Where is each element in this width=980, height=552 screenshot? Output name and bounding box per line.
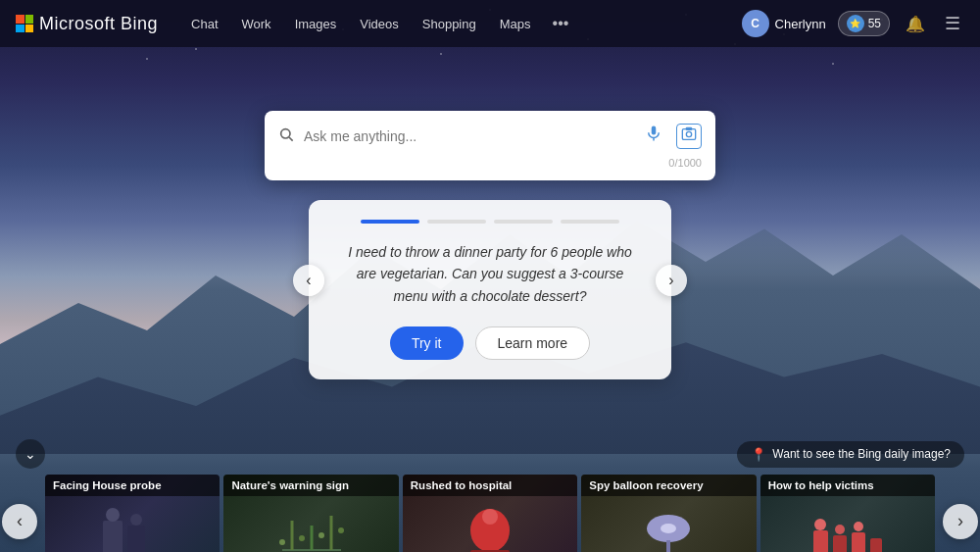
avatar: C xyxy=(742,10,769,37)
mic-icon[interactable] xyxy=(641,123,666,149)
svg-rect-27 xyxy=(813,530,828,552)
news-card-label-2: Rushed to hospital xyxy=(403,475,577,496)
svg-rect-4 xyxy=(682,128,695,139)
main-content: 0/1000 ‹ I need to throw a dinner party … xyxy=(0,47,980,379)
news-prev-button[interactable]: ‹ xyxy=(2,504,37,539)
search-input-row xyxy=(278,123,702,149)
svg-rect-9 xyxy=(127,526,145,552)
nav-right: C Cherlynn ⭐ 55 🔔 ☰ xyxy=(742,9,964,38)
svg-point-18 xyxy=(318,532,324,538)
daily-image-hint[interactable]: 📍 Want to see the Bing daily image? xyxy=(737,441,964,468)
news-card-image-0 xyxy=(93,501,172,552)
svg-rect-33 xyxy=(870,538,882,552)
news-card-image-3 xyxy=(629,501,708,552)
svg-point-26 xyxy=(661,524,676,533)
nav-chat[interactable]: Chat xyxy=(181,11,227,37)
news-card-image-4 xyxy=(808,501,887,552)
svg-rect-24 xyxy=(666,540,670,552)
hamburger-icon[interactable]: ☰ xyxy=(941,9,964,38)
svg-point-19 xyxy=(338,527,344,533)
nav-work[interactable]: Work xyxy=(232,11,281,37)
search-container: 0/1000 xyxy=(265,111,715,180)
search-input[interactable] xyxy=(304,128,631,144)
carousel-wrapper: ‹ I need to throw a dinner party for 6 p… xyxy=(309,180,671,379)
carousel-indicators xyxy=(332,220,648,224)
logo-text: Microsoft Bing xyxy=(39,14,158,34)
news-controls: ⌄ 📍 Want to see the Bing daily image? xyxy=(0,439,980,469)
dot-3[interactable] xyxy=(494,220,553,224)
news-card-image-1 xyxy=(272,501,351,552)
navbar: Microsoft Bing Chat Work Images Videos S… xyxy=(0,0,980,47)
news-card-image-2 xyxy=(451,501,529,552)
rewards-count: 55 xyxy=(868,17,881,30)
user-name: Cherlynn xyxy=(775,17,826,31)
svg-point-0 xyxy=(281,128,290,137)
nav-links: Chat Work Images Videos Shopping Maps ••… xyxy=(181,9,734,38)
user-section[interactable]: C Cherlynn xyxy=(742,10,826,37)
more-button[interactable]: ••• xyxy=(545,9,577,38)
news-next-button[interactable]: › xyxy=(943,504,978,539)
news-section: ⌄ 📍 Want to see the Bing daily image? ‹ … xyxy=(0,439,980,552)
logo-icon xyxy=(16,15,33,32)
learn-more-button[interactable]: Learn more xyxy=(475,326,591,360)
news-card-label-0: Facing House probe xyxy=(45,475,220,496)
news-card-3[interactable]: Spy balloon recovery xyxy=(581,475,756,552)
carousel-prev-button[interactable]: ‹ xyxy=(293,265,324,296)
svg-rect-2 xyxy=(652,126,657,135)
carousel-buttons: Try it Learn more xyxy=(390,326,590,360)
svg-rect-29 xyxy=(833,535,847,552)
svg-point-5 xyxy=(686,131,691,136)
rewards-icon: ⭐ xyxy=(847,15,864,32)
svg-point-30 xyxy=(835,525,845,534)
news-card-label-1: Nature's warning sign xyxy=(223,475,398,496)
news-card-1[interactable]: Nature's warning sign xyxy=(223,475,398,552)
daily-image-text: Want to see the Bing daily image? xyxy=(772,447,951,461)
camera-icon[interactable] xyxy=(676,124,702,149)
dot-2[interactable] xyxy=(427,220,486,224)
svg-rect-7 xyxy=(103,521,122,552)
news-card-4[interactable]: How to help victims xyxy=(760,475,935,552)
location-icon: 📍 xyxy=(751,447,766,462)
carousel-card: I need to throw a dinner party for 6 peo… xyxy=(309,200,671,379)
try-it-button[interactable]: Try it xyxy=(390,326,464,360)
svg-point-21 xyxy=(482,509,498,525)
nav-shopping[interactable]: Shopping xyxy=(413,11,486,37)
svg-point-28 xyxy=(814,519,826,530)
nav-videos[interactable]: Videos xyxy=(350,11,409,37)
svg-line-1 xyxy=(289,137,293,141)
search-icon xyxy=(278,126,294,146)
svg-point-17 xyxy=(299,535,305,541)
dot-1[interactable] xyxy=(361,220,419,224)
svg-point-16 xyxy=(279,539,285,545)
carousel-prompt-text: I need to throw a dinner party for 6 peo… xyxy=(332,241,648,307)
svg-rect-31 xyxy=(852,532,865,552)
svg-point-32 xyxy=(854,522,863,531)
rewards-badge[interactable]: ⭐ 55 xyxy=(838,11,890,36)
carousel-next-button[interactable]: › xyxy=(656,265,687,296)
news-card-2[interactable]: Rushed to hospital xyxy=(403,475,577,552)
news-cards-row: Facing House probe Nature's warning sign xyxy=(45,475,935,552)
bell-icon[interactable]: 🔔 xyxy=(902,11,929,37)
nav-maps[interactable]: Maps xyxy=(490,11,541,37)
news-card-label-4: How to help victims xyxy=(760,475,935,496)
char-count: 0/1000 xyxy=(278,157,702,169)
nav-images[interactable]: Images xyxy=(285,11,347,37)
collapse-button[interactable]: ⌄ xyxy=(16,439,45,469)
svg-point-10 xyxy=(130,514,142,526)
dot-4[interactable] xyxy=(561,220,619,224)
svg-point-8 xyxy=(106,508,120,522)
logo[interactable]: Microsoft Bing xyxy=(16,14,158,34)
news-card-label-3: Spy balloon recovery xyxy=(581,475,756,496)
news-card-0[interactable]: Facing House probe xyxy=(45,475,220,552)
